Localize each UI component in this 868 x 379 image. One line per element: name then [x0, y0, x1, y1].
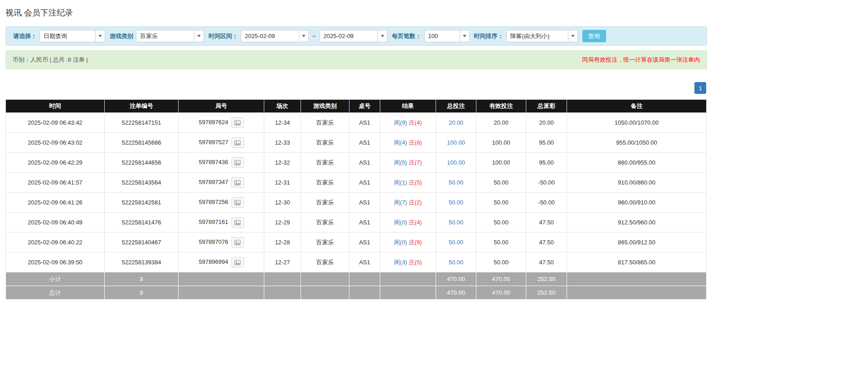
col-header-result: 结果 [380, 100, 436, 113]
query-type-select[interactable]: 日期查询 [39, 30, 105, 42]
game-result-icon[interactable] [232, 237, 244, 248]
search-button[interactable]: 查询 [582, 30, 606, 42]
game-type-label: 游戏类别 [110, 32, 133, 40]
cell-time: 2025-02-09 06:40:22 [6, 233, 105, 253]
date-range-label: 时间区间： [209, 32, 238, 40]
cell-result: 闲(5) 庄(7) [380, 153, 436, 173]
footer-empty-cell [349, 272, 380, 286]
cell-result: 闲(9) 庄(4) [380, 113, 436, 133]
cell-table-id: AS1 [349, 113, 380, 133]
game-result-icon[interactable] [232, 157, 244, 168]
game-result-icon[interactable] [232, 177, 244, 188]
game-result-icon[interactable] [232, 217, 244, 228]
cell-bet-id: 522258145686 [105, 133, 179, 153]
chevron-down-icon[interactable] [95, 30, 105, 42]
cell-table-id: AS1 [349, 173, 380, 193]
cell-round-id: 597897161 [179, 213, 264, 233]
date-to-value: 2025-02-09 [320, 30, 378, 42]
cell-total-bet: 20.00 [436, 113, 476, 133]
cell-remark: 960.00/910.00 [567, 193, 707, 213]
result-banker: 庄(4) [409, 119, 422, 126]
chevron-down-icon[interactable] [568, 30, 577, 42]
cell-time: 2025-02-09 06:43:02 [6, 133, 105, 153]
result-player: 闲(0) [394, 239, 407, 246]
total-bet-link[interactable]: 100.00 [447, 159, 465, 166]
cell-round-id: 597897076 [179, 233, 264, 253]
cell-time: 2025-02-09 06:40:49 [6, 213, 105, 233]
cell-result: 闲(0) 庄(4) [380, 213, 436, 233]
cell-remark: 860.00/955.00 [567, 153, 707, 173]
footer-total-bet: 470.00 [436, 272, 476, 286]
cell-remark: 1050.00/1070.00 [567, 113, 707, 133]
page-size-select[interactable]: 100 [424, 30, 470, 42]
cell-bet-id: 522258141476 [105, 213, 179, 233]
filter-bar: 请选择： 日期查询 游戏类别 百家乐 时间区间： 2025-02-09 ~ 20… [5, 26, 707, 46]
total-bet-link[interactable]: 50.00 [449, 199, 464, 206]
date-to-select[interactable]: 2025-02-09 [320, 30, 388, 42]
footer-empty-cell [301, 286, 349, 300]
cell-payout: 47.50 [526, 213, 567, 233]
chevron-down-icon[interactable] [299, 30, 308, 42]
table-row: 2025-02-09 06:41:57522258143564597897347… [6, 173, 707, 193]
cell-round-id: 597897347 [179, 173, 264, 193]
footer-empty-cell [264, 286, 301, 300]
cell-result: 闲(3) 庄(5) [380, 253, 436, 272]
game-result-icon[interactable] [232, 137, 244, 148]
game-result-icon[interactable] [232, 117, 244, 128]
result-banker: 庄(8) [409, 139, 422, 146]
date-from-value: 2025-02-09 [241, 30, 299, 42]
cell-total-bet: 100.00 [436, 133, 476, 153]
query-type-label: 请选择： [13, 32, 37, 40]
cell-game-type: 百家乐 [301, 113, 349, 133]
table-row: 2025-02-09 06:43:02522258145686597897527… [6, 133, 707, 153]
cell-table-id: AS1 [349, 133, 380, 153]
cell-bet-id: 522258144656 [105, 153, 179, 173]
col-header-valid-bet: 有效投注 [476, 100, 526, 113]
pagination: 1 [5, 82, 707, 94]
total-bet-link[interactable]: 50.00 [449, 179, 464, 186]
cell-session: 12-31 [264, 173, 301, 193]
cell-remark: 955.00/1050.00 [567, 133, 707, 153]
cell-result: 闲(7) 庄(2) [380, 193, 436, 213]
game-type-select[interactable]: 百家乐 [136, 30, 204, 42]
cell-payout: 95.00 [526, 153, 567, 173]
result-player: 闲(7) [394, 199, 407, 206]
total-bet-link[interactable]: 50.00 [449, 219, 464, 226]
cell-game-type: 百家乐 [301, 193, 349, 213]
footer-label: 小计 [6, 272, 105, 286]
total-bet-link[interactable]: 20.00 [449, 119, 464, 126]
cell-session: 12-34 [264, 113, 301, 133]
footer-count: 8 [105, 286, 179, 300]
cell-valid-bet: 50.00 [476, 253, 526, 272]
result-player: 闲(4) [394, 139, 407, 146]
col-header-remark: 备注 [567, 100, 707, 113]
chevron-down-icon[interactable] [460, 30, 469, 42]
total-bet-link[interactable]: 50.00 [449, 239, 464, 246]
result-player: 闲(1) [394, 179, 407, 186]
footer-label: 总计 [6, 286, 105, 300]
cell-round-id: 597897436 [179, 153, 264, 173]
table-footer-row: 总计8470.00470.00252.50 [6, 286, 707, 300]
footer-empty-cell [380, 286, 436, 300]
col-header-table-id: 桌号 [349, 100, 380, 113]
game-result-icon[interactable] [232, 257, 244, 267]
total-bet-link[interactable]: 50.00 [449, 259, 464, 266]
cell-result: 闲(4) 庄(8) [380, 133, 436, 153]
cell-valid-bet: 50.00 [476, 173, 526, 193]
page-button-1[interactable]: 1 [694, 82, 706, 94]
cell-time: 2025-02-09 06:42:29 [6, 153, 105, 173]
game-result-icon[interactable] [232, 197, 244, 208]
chevron-down-icon[interactable] [194, 30, 204, 42]
result-banker: 庄(5) [409, 179, 422, 186]
cell-valid-bet: 100.00 [476, 153, 526, 173]
cell-session: 12-32 [264, 153, 301, 173]
footer-payout: 252.50 [526, 272, 567, 286]
sort-order-select[interactable]: 降冪(由大到小) [506, 30, 578, 42]
footer-empty-cell [301, 272, 349, 286]
total-bet-link[interactable]: 100.00 [447, 139, 465, 146]
cell-bet-id: 522258142581 [105, 193, 179, 213]
cell-table-id: AS1 [349, 233, 380, 253]
chevron-down-icon[interactable] [378, 30, 387, 42]
date-from-select[interactable]: 2025-02-09 [241, 30, 309, 42]
result-player: 闲(9) [394, 119, 407, 126]
